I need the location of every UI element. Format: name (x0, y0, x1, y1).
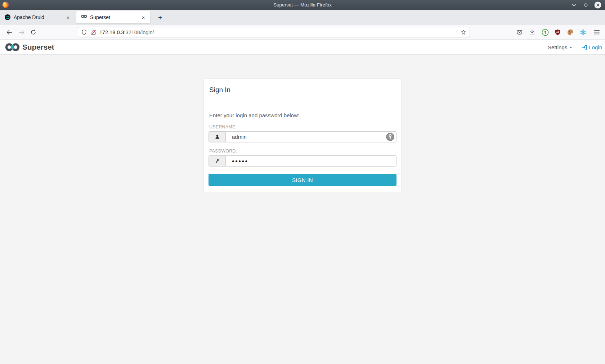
url-host: 172.18.0.3 (99, 29, 124, 35)
tracking-protection-shield-icon[interactable] (81, 29, 87, 35)
user-icon (209, 131, 226, 142)
downloads-icon[interactable] (527, 27, 537, 37)
tab-close-icon[interactable]: × (139, 13, 147, 21)
sign-in-panel: Sign In Enter your login and password be… (203, 78, 402, 193)
password-label: PASSWORD: (209, 149, 396, 154)
new-tab-button[interactable]: + (155, 12, 166, 23)
tab-bar: Apache Druid × Superset × + (0, 10, 605, 25)
password-input-group (209, 155, 396, 167)
key-icon (209, 155, 226, 167)
minimize-icon[interactable] (570, 1, 578, 9)
settings-label: Settings (548, 44, 567, 50)
instruction-text: Enter your login and password below: (209, 112, 396, 118)
reload-button[interactable] (28, 27, 38, 37)
tab-label: Apache Druid (14, 14, 64, 20)
settings-menu[interactable]: Settings (548, 44, 572, 50)
login-link[interactable]: Login (582, 44, 602, 50)
username-input-group (209, 131, 396, 142)
bookmark-star-icon[interactable] (460, 29, 467, 36)
svg-text:uO: uO (556, 31, 559, 33)
tab-apache-druid[interactable]: Apache Druid × (0, 11, 75, 23)
username-input[interactable] (226, 131, 396, 142)
password-manager-key-icon[interactable] (386, 133, 394, 141)
back-button[interactable] (4, 27, 14, 37)
sign-in-button[interactable]: SIGN IN (209, 174, 396, 186)
url-bar[interactable]: 172.18.0.3:32108/login/ (78, 27, 470, 37)
panel-title: Sign In (209, 84, 396, 99)
druid-favicon-icon (5, 14, 10, 20)
tab-close-icon[interactable]: × (64, 13, 72, 21)
navigation-toolbar: 172.18.0.3:32108/login/ uO (0, 25, 605, 40)
window-titlebar: Superset — Mozilla Firefox (0, 0, 605, 10)
ublock-origin-icon[interactable]: uO (553, 27, 563, 37)
superset-logo-icon (4, 42, 21, 52)
url-text[interactable]: 172.18.0.3:32108/login/ (99, 29, 154, 35)
superset-brand[interactable]: Superset (4, 40, 54, 55)
navbar-right: Settings Login (548, 40, 602, 55)
close-window-icon[interactable] (594, 1, 601, 9)
insecure-lock-icon[interactable] (90, 29, 97, 36)
caret-down-icon (569, 47, 572, 48)
page-body: Sign In Enter your login and password be… (0, 78, 605, 364)
asterisk-extension-icon[interactable] (578, 27, 588, 37)
forward-button[interactable] (17, 27, 26, 37)
tab-label: Superset (90, 14, 139, 20)
login-label: Login (589, 44, 602, 50)
url-path: :32108/login/ (124, 29, 154, 35)
superset-favicon-icon (81, 14, 87, 20)
sign-in-arrow-icon (582, 45, 587, 50)
username-label: USERNAME: (209, 124, 396, 129)
superset-navbar: Superset Settings Login (0, 40, 605, 55)
extension-green-badge-icon[interactable] (540, 27, 550, 37)
window-controls (570, 0, 601, 10)
pocket-icon[interactable] (515, 27, 524, 37)
password-input[interactable] (226, 155, 396, 167)
maximize-icon[interactable] (582, 1, 590, 9)
cookie-extension-icon[interactable] (565, 27, 575, 37)
window-title: Superset — Mozilla Firefox (0, 0, 605, 10)
tab-superset[interactable]: Superset × (76, 11, 150, 23)
menu-hamburger-icon[interactable] (592, 27, 601, 37)
brand-name: Superset (22, 43, 54, 51)
